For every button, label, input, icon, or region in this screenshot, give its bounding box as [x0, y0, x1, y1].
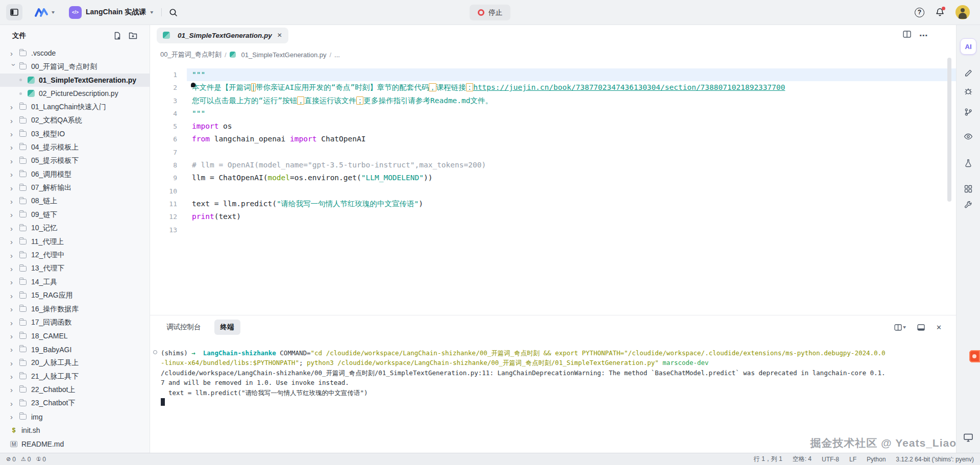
chevron-icon [10, 198, 17, 205]
tree-item[interactable]: 22_Chatbot上 [0, 383, 150, 397]
tree-item[interactable]: .vscode [0, 46, 150, 60]
extensions-grid-icon[interactable] [964, 185, 972, 193]
tree-item[interactable]: 18_CAMEL [0, 329, 150, 342]
tree-item[interactable]: 15_RAG应用 [0, 289, 150, 302]
tree-item[interactable]: 02_PictureDescription.py [0, 87, 150, 100]
remote-monitor-icon[interactable] [964, 433, 973, 442]
tree-item[interactable]: 01_LangChain快速入门 [0, 101, 150, 114]
status-item[interactable]: UTF-8 [822, 456, 839, 463]
code-line[interactable]: 3您可以点击最上方的“运行”按钮，直接运行该文件；更多操作指引请参考Readme… [150, 94, 956, 107]
tree-item-label: 00_开篇词_奇点时刻 [31, 62, 97, 71]
tree-item[interactable]: 03_模型IO [0, 127, 150, 140]
tree-item-label: 01_SimpleTextGeneration.py [39, 76, 136, 84]
code-line[interactable]: 4""" [150, 107, 956, 120]
test-flask-icon[interactable] [964, 159, 972, 167]
code-line[interactable]: 12print(text) [150, 210, 956, 223]
tree-item[interactable]: 16_操作数据库 [0, 302, 150, 315]
code-line[interactable]: 1""" [150, 68, 956, 81]
status-problems-item[interactable]: ⊘0 [6, 456, 16, 463]
tree-item[interactable]: 00_开篇词_奇点时刻 [0, 60, 150, 73]
tree-item[interactable]: 10_记忆 [0, 222, 150, 235]
new-folder-icon[interactable] [129, 32, 137, 39]
debug-icon[interactable] [964, 87, 973, 95]
stop-button[interactable]: 停止 [470, 5, 510, 20]
tree-item[interactable]: 17_回调函数 [0, 316, 150, 329]
tools-icon[interactable] [964, 201, 972, 209]
edit-icon[interactable] [964, 69, 973, 78]
status-item[interactable]: LF [849, 456, 856, 463]
search-button[interactable] [169, 8, 178, 17]
tree-item[interactable]: 04_提示模板上 [0, 141, 150, 154]
split-terminal-button[interactable]: ▾ [894, 324, 906, 331]
tree-item[interactable]: README.md [0, 437, 150, 450]
sidebar-toggle-button[interactable] [6, 4, 22, 20]
tree-item[interactable]: 05_提示模板下 [0, 154, 150, 167]
breadcrumb-file[interactable]: 01_SimpleTextGeneration.py [241, 51, 327, 59]
tree-item[interactable]: 01_SimpleTextGeneration.py [0, 74, 150, 87]
code-line[interactable]: 8# llm = OpenAI(model_name="gpt-3.5-turb… [150, 159, 956, 172]
tree-item[interactable]: 02_文档QA系统 [0, 114, 150, 127]
tree-item-label: 02_文档QA系统 [31, 116, 82, 125]
tree-item[interactable]: img [0, 410, 150, 424]
user-avatar[interactable] [955, 5, 970, 19]
tree-item[interactable]: 12_代理中 [0, 249, 150, 262]
status-item[interactable]: Python [867, 456, 886, 463]
close-panel-icon[interactable]: ✕ [936, 324, 942, 331]
status-problems-item[interactable]: ⚠0 [21, 456, 31, 463]
tree-item-label: 05_提示模板下 [31, 156, 79, 165]
status-item[interactable]: 行 1，列 1 [754, 455, 782, 463]
folder-icon [19, 333, 27, 339]
promo-pendant[interactable] [969, 350, 980, 362]
code-line[interactable]: 10 [150, 185, 956, 198]
status-item[interactable]: 空格: 4 [793, 455, 812, 463]
code-line[interactable]: 6from langchain_openai import ChatOpenAI [150, 133, 956, 145]
tree-item[interactable]: 19_BabyAGI [0, 343, 150, 356]
tree-item[interactable]: 23_Chatbot下 [0, 397, 150, 410]
tree-item[interactable]: 06_调用模型 [0, 168, 150, 181]
help-button[interactable] [915, 8, 924, 17]
close-icon[interactable]: ✕ [277, 32, 282, 39]
project-switcher[interactable]: LangChain 实战课 ▾ [69, 6, 153, 19]
terminal-output[interactable]: (shims) → LangChain-shizhanke COMMAND="c… [150, 339, 956, 453]
tree-item[interactable]: 21_人脉工具下 [0, 370, 150, 383]
marscode-logo-menu[interactable]: ▾ [34, 7, 55, 17]
code-line[interactable]: 7 [150, 146, 956, 159]
breadcrumb-folder[interactable]: 00_开篇词_奇点时刻 [160, 50, 222, 59]
code-line[interactable]: 13 [150, 224, 956, 236]
tab-debug-console[interactable]: 调试控制台 [160, 320, 207, 335]
preview-eye-icon[interactable] [964, 133, 973, 140]
source-control-icon[interactable] [964, 108, 973, 116]
tree-item-label: 02_PictureDescription.py [39, 89, 118, 97]
chevron-icon [10, 130, 17, 138]
tree-item[interactable]: 11_代理上 [0, 235, 150, 248]
code-line[interactable]: 2本文件是【开篇词|带你亲证AI应用开发的“奇点”时刻】章节的配套代码，课程链接… [150, 81, 956, 94]
tree-item[interactable]: 13_代理下 [0, 262, 150, 275]
maximize-panel-icon[interactable] [917, 324, 925, 331]
split-editor-icon[interactable] [903, 31, 911, 38]
tree-item[interactable]: 07_解析输出 [0, 181, 150, 194]
ai-assistant-button[interactable] [960, 38, 976, 55]
code-link[interactable]: https://juejin.cn/book/73877023474361303… [473, 83, 785, 91]
tree-item[interactable]: 20_人脉工具上 [0, 356, 150, 370]
code-editor[interactable]: 1"""2本文件是【开篇词|带你亲证AI应用开发的“奇点”时刻】章节的配套代码，… [150, 64, 956, 340]
shell-icon [10, 427, 17, 434]
tab-terminal[interactable]: 终端 [214, 320, 240, 335]
breadcrumb-more[interactable]: ... [334, 51, 340, 59]
tree-item[interactable]: init.sh [0, 424, 150, 437]
code-line[interactable]: 11text = llm.predict("请给我写一句情人节红玫瑰的中文宣传语… [150, 198, 956, 210]
more-actions-icon[interactable]: ⋯ [919, 31, 928, 40]
notifications-button[interactable] [936, 8, 944, 17]
tree-item-label: img [31, 413, 43, 421]
status-problems-item[interactable]: ①0 [36, 456, 46, 463]
tab-simpletextgeneration[interactable]: 01_SimpleTextGeneration.py ✕ [157, 28, 288, 43]
new-file-icon[interactable] [113, 32, 121, 40]
status-item[interactable]: 3.12.2 64-bit ('shims': pyenv) [896, 456, 974, 463]
marscode-logo-icon [34, 7, 49, 17]
tree-item[interactable]: 09_链下 [0, 208, 150, 222]
tree-item[interactable]: 08_链上 [0, 194, 150, 208]
code-line[interactable]: 5import os [150, 120, 956, 133]
tree-item-label: .vscode [31, 49, 56, 57]
tree-item[interactable]: 14_工具 [0, 276, 150, 289]
editor-scrollbar[interactable] [947, 58, 951, 202]
code-line[interactable]: 9llm = ChatOpenAI(model=os.environ.get("… [150, 172, 956, 184]
